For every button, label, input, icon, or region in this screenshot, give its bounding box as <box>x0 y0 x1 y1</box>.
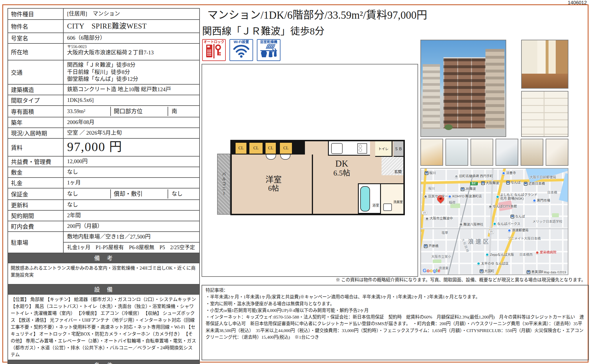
station-icon <box>481 181 485 185</box>
room-divider-wall <box>312 155 313 214</box>
map-label-area: 塩草 <box>441 231 448 235</box>
spec-value: なし <box>64 200 199 210</box>
hospital-icon <box>536 251 539 254</box>
shoe-closet-photo <box>521 91 568 137</box>
spec-row-14: 保証金なし償却・敷引なし <box>8 188 199 200</box>
map-label-poi: 難波八阪神社 <box>459 223 483 226</box>
poi-icon <box>493 222 496 226</box>
section-body-0: 開放感あふれるエントランス暖かみのある室内・浴室乾燥機・24Hゴミ出しOK・近く… <box>8 263 199 285</box>
station-icon <box>511 215 514 218</box>
spec-value: 200円（月額） <box>64 221 199 231</box>
station-icon <box>425 171 428 175</box>
poi-icon <box>508 229 511 232</box>
wifi-feature-badge: Wi-Fi設置 <box>229 39 253 61</box>
western-room-size: 6帖 <box>268 184 279 193</box>
map-label-green: 湊町 <box>470 182 478 185</box>
spec-label: 築年 <box>8 117 64 127</box>
interior-photo-4 <box>521 139 543 166</box>
map-label-poi: 区民センター <box>424 195 448 198</box>
spec-label: 保証金 <box>8 188 64 199</box>
poi-icon <box>455 175 458 178</box>
map-label-poi: なんばパークス <box>493 222 520 226</box>
map-label-st: なんば <box>511 215 525 218</box>
map-label-poi: 太平のゆ なんば店 <box>477 262 508 266</box>
hallway-floor <box>522 74 568 88</box>
headline-summary: マンション/1DK/6階部分/33.59m²/賃料97,000円 <box>202 6 424 22</box>
spec-value: 1DK[6.5x6] <box>64 95 199 105</box>
spec-label: 共益費・管理費 <box>8 157 64 167</box>
spec-row-8: 築年2006年08月 <box>8 117 199 128</box>
section-header-2: 条 件 <box>8 360 199 364</box>
building-exterior-photo <box>420 40 506 137</box>
spec-sublabel: 開口部方位 <box>110 107 168 116</box>
spec-row-9: 現況/入居時期空室 ／ 2026年5月上旬 <box>8 128 199 139</box>
floorplan-box: バルコニー CLCLCLCL トイレ ＳＢ 玄関 洋室 6帖 <box>202 64 418 277</box>
station-icon <box>506 181 510 184</box>
kitchen-stove <box>357 143 367 154</box>
map-label-poi: 旧町名継承碑 西円手町 <box>455 174 493 178</box>
spec-label: 敷金 <box>8 167 64 177</box>
station-icon <box>480 269 483 273</box>
spec-label: 現況/入居時期 <box>8 128 64 138</box>
map-road <box>420 168 427 232</box>
map-label-area: 大阪市立栄小 <box>431 255 451 259</box>
spec-value: 鉄筋コンクリート造 地上10階 総戸数124戸 <box>64 85 199 95</box>
spec-row-7: 専有面積33.59m²開口部方位南 <box>8 106 199 117</box>
map-park <box>433 260 441 263</box>
spec-value: 空室 ／ 2026年5月上旬 <box>64 128 199 138</box>
interior-photo-1 <box>445 139 468 166</box>
map-label-area: メリック日本語学校 <box>533 220 563 224</box>
spec-label: 物件種目 <box>8 9 64 19</box>
spec-value: 97,000 円 <box>64 139 199 156</box>
spec-row-11: 共益費・管理費12,000円 <box>8 157 199 167</box>
map-label-st: なんば <box>506 181 521 184</box>
autolock-icon <box>205 44 223 60</box>
spec-label: 町内会費 <box>8 221 64 231</box>
special-notes: 特記事項： ・半年未満2ヶ月・1年未満1ヶ月(家賃と共益費)※キャンペーン適用の… <box>202 285 589 360</box>
map-label-poi: 浪速郵便局 <box>508 228 529 232</box>
poi-icon <box>485 253 489 256</box>
address: 大阪府大阪市浪速区稲荷２丁目7-13 <box>67 49 198 56</box>
headline: マンション/1DK/6階部分/33.59m²/賃料97,000円 関西線「ＪＲ難… <box>202 6 424 37</box>
spec-label: 専有面積 <box>8 106 64 117</box>
interior-photo-3 <box>496 139 518 166</box>
map-label-poi: 大阪市立難波中 <box>425 217 453 220</box>
floorplan-kitchen <box>328 141 370 156</box>
map-label-st: 芦原橋 <box>424 244 439 248</box>
spec-label: 契約期間 <box>8 211 64 221</box>
floorplan-toilet: トイレ <box>375 141 392 157</box>
closet-cell: CL <box>265 142 276 154</box>
poi-icon <box>448 195 451 198</box>
spec-row-3: 所在地〒556-0023大阪府大阪市浪速区稲荷２丁目7-13 <box>8 44 199 60</box>
spec-value: なし <box>64 167 199 177</box>
map-label-poi: Zeppなんば大阪 <box>485 253 514 257</box>
map-label-area: 稲荷 <box>449 201 456 205</box>
poi-icon <box>477 262 480 265</box>
bathroom-dryer-label: 浴室乾燥機 <box>260 40 277 44</box>
floorplan-entrance: 玄関 <box>382 157 403 175</box>
map-label-st: 桜川 <box>425 171 436 175</box>
spec-value: 2006年08月 <box>64 117 199 127</box>
spec-row-17: 町内会費200円（月額） <box>8 221 199 232</box>
poi-icon <box>424 195 427 198</box>
poi-icon <box>425 217 429 220</box>
spec-label: 物件名 <box>8 20 64 33</box>
poi-icon <box>502 171 505 175</box>
wash-basin <box>383 203 392 211</box>
closet-cell: CL <box>235 142 247 154</box>
station-icon <box>524 182 528 186</box>
spec-value: CITY SPIRE難波WEST <box>64 20 199 33</box>
spec-row-15: 更新料なし <box>8 200 199 211</box>
map-label-area: 日本橋 <box>547 191 557 195</box>
spec-value: 2年間 <box>64 211 199 221</box>
wifi-icon <box>232 44 250 59</box>
spec-value: 12,000円 <box>64 157 199 167</box>
dk-size: 6.5帖 <box>333 169 350 178</box>
map-label-shield: 25 <box>489 230 494 234</box>
station-icon <box>527 270 530 274</box>
bathroom-label: 浴室 <box>372 203 379 208</box>
bathroom-dryer-icon <box>260 44 278 59</box>
floorplan-bathroom: 浴室 <box>358 183 381 214</box>
map-label-area: アニメイト大阪日本橋 <box>508 237 541 241</box>
spec-row-0: 物件種目[住居用] マンション <box>8 9 199 20</box>
